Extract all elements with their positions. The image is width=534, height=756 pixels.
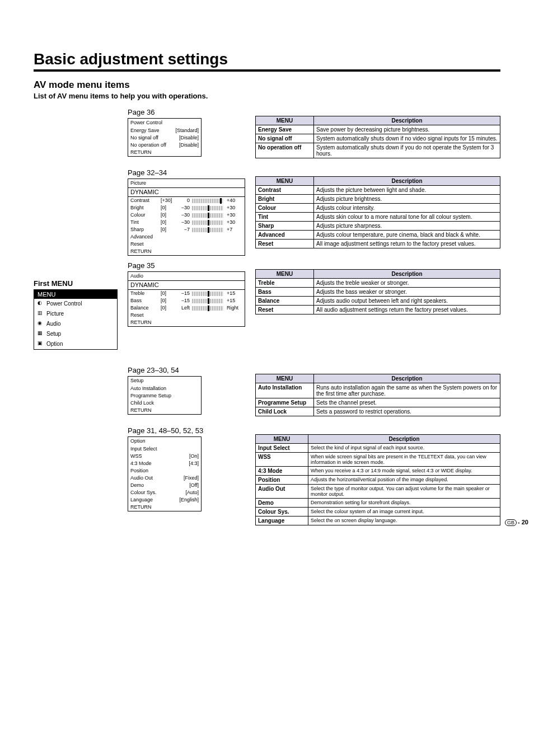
osd-row-value: [Fixed] xyxy=(184,475,199,482)
slider-label: Contrast xyxy=(130,197,158,204)
slider-knob xyxy=(208,306,209,311)
table-cell: Sets the channel preset. xyxy=(314,398,500,407)
th-menu: MENU xyxy=(256,374,314,383)
menu-item: ▣Option xyxy=(34,339,117,349)
osd-row-label: Advanced xyxy=(128,233,245,241)
table-cell: Runs auto installation again the same as… xyxy=(314,383,500,398)
slider-min: −30 xyxy=(176,204,190,212)
desc-table-setup: MENUDescription Auto InstallationRuns au… xyxy=(255,374,500,416)
table-cell: Position xyxy=(256,476,308,485)
option-icon: ▣ xyxy=(36,340,43,346)
table-cell: Select the on screen display language. xyxy=(308,516,500,525)
slider-knob xyxy=(208,220,209,226)
slider-max: +15 xyxy=(226,297,242,304)
osd-picture: Picture DYNAMIC Contrast[+30]0+40 Bright… xyxy=(128,179,245,256)
osd-row-label: 4:3 Mode xyxy=(130,460,152,467)
osd-row-label: Reset xyxy=(128,312,245,319)
slider-label: Treble xyxy=(130,290,158,297)
table-cell: 4:3 Mode xyxy=(256,467,308,476)
table-cell: Balance xyxy=(256,297,314,306)
osd-title: Audio xyxy=(128,272,245,280)
table-cell: Adjusts colour temperature, pure cinema,… xyxy=(314,231,500,240)
osd-row-label: Energy Save xyxy=(130,127,160,134)
osd-row-label: Language xyxy=(130,496,153,504)
slider-min: −15 xyxy=(176,297,190,304)
osd-row-label: Programme Setup xyxy=(128,392,201,400)
slider-min: 0 xyxy=(176,197,190,204)
slider-max: +30 xyxy=(226,219,242,226)
menu-item: ▦Setup xyxy=(34,329,117,339)
table-cell: Select the kind of input signal of each … xyxy=(308,444,500,453)
table-cell: All image adjustment settings return to … xyxy=(314,240,500,248)
table-cell: When you receive a 4:3 or 14:9 mode sign… xyxy=(308,467,500,476)
table-cell: Adjusts colour intensity. xyxy=(314,204,500,213)
table-cell: Input Select xyxy=(256,444,308,453)
slider-knob xyxy=(208,205,209,211)
menu-item-label: Option xyxy=(46,341,63,347)
th-menu: MENU xyxy=(256,177,314,186)
slider-val: [0] xyxy=(161,290,174,297)
osd-row-label: RETURN xyxy=(128,319,245,326)
table-cell: Save power by decreasing picture brightn… xyxy=(314,125,500,134)
page-ref: Page 35 xyxy=(128,261,245,270)
slider-max: Right xyxy=(226,304,242,312)
page-number: GB- 20 xyxy=(505,519,528,525)
menu-item-label: Audio xyxy=(46,321,61,327)
slider-val: [0] xyxy=(161,226,174,233)
table-cell: Demonstration setting for storefront dis… xyxy=(308,499,500,508)
slider-val: [0] xyxy=(161,204,174,212)
setup-icon: ▦ xyxy=(36,330,43,336)
osd-title: Option xyxy=(128,437,201,445)
slider-knob xyxy=(208,227,209,233)
table-cell: Child Lock xyxy=(256,407,314,416)
page-ref: Page 23–30, 54 xyxy=(128,366,245,374)
picture-icon: ▥ xyxy=(36,309,43,316)
osd-row-label: Colour Sys. xyxy=(130,489,157,496)
osd-row-label: Auto Installation xyxy=(128,385,201,392)
th-desc: Description xyxy=(314,270,500,279)
slider-knob xyxy=(208,213,209,218)
table-cell: Sharp xyxy=(256,222,314,231)
intro-text: List of AV menu items to help you with o… xyxy=(34,92,500,100)
table-cell: When wide screen signal bits are present… xyxy=(308,453,500,467)
table-cell: Auto Installation xyxy=(256,383,314,398)
menu-item: ▥Picture xyxy=(34,309,117,319)
osd-row-label: RETURN xyxy=(128,248,245,255)
page-title: Basic adjustment settings xyxy=(34,50,500,72)
table-cell: Tint xyxy=(256,213,314,222)
table-cell: Treble xyxy=(256,279,314,288)
slider-label: Bass xyxy=(130,297,158,304)
table-cell: Bass xyxy=(256,288,314,297)
slider-val: [+30] xyxy=(161,197,174,204)
osd-row-label: Demo xyxy=(130,482,144,489)
table-cell: All audio adjustment settings return the… xyxy=(314,306,500,314)
menu-item-label: Setup xyxy=(46,331,61,337)
osd-title: Setup xyxy=(128,377,201,385)
slider-knob xyxy=(220,198,222,204)
slider-max: +7 xyxy=(226,226,242,233)
slider-max: +15 xyxy=(226,290,242,297)
table-cell: Programme Setup xyxy=(256,398,314,407)
osd-row-value: [Disable] xyxy=(179,142,199,149)
table-cell: Contrast xyxy=(256,186,314,195)
page-ref: Page 36 xyxy=(128,108,245,116)
table-cell: Energy Save xyxy=(256,125,314,134)
osd-row-label: Input Select xyxy=(130,445,157,453)
slider-label: Balance xyxy=(130,304,158,312)
table-cell: Adjusts the picture between light and sh… xyxy=(314,186,500,195)
table-cell: No operation off xyxy=(256,143,314,158)
slider-track xyxy=(192,292,223,296)
osd-row-value: [Auto] xyxy=(185,489,199,496)
slider-min: −7 xyxy=(176,226,190,233)
table-cell: Language xyxy=(256,516,308,525)
slider-min: −30 xyxy=(176,212,190,219)
osd-row-label: RETURN xyxy=(128,504,201,511)
table-cell: Select the colour system of an image cur… xyxy=(308,508,500,516)
slider-label: Tint xyxy=(130,219,158,226)
table-cell: Adjusts audio output between left and ri… xyxy=(314,297,500,306)
th-desc: Description xyxy=(314,116,500,125)
section-heading: AV mode menu items xyxy=(34,79,500,91)
slider-knob xyxy=(208,298,209,304)
table-cell: Advanced xyxy=(256,231,314,240)
slider-track xyxy=(192,228,223,232)
